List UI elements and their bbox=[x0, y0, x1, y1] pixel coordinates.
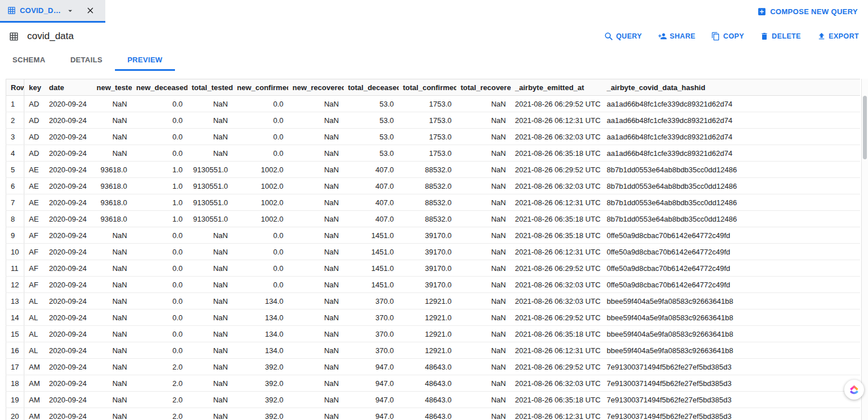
cell-new_deceased: 0.0 bbox=[132, 342, 187, 359]
close-tab-icon[interactable] bbox=[85, 6, 95, 15]
delete-button[interactable]: DELETE bbox=[760, 32, 801, 41]
cell-new_tested: NaN bbox=[92, 408, 132, 420]
copy-button-label: COPY bbox=[723, 32, 744, 40]
cell-new_deceased: 0.0 bbox=[132, 227, 187, 244]
scrollbar-thumb[interactable] bbox=[863, 96, 867, 159]
cell-airbyte_covid_data_hashid: 0ffe50a9d8cbac70b6142e64772c49fd bbox=[602, 244, 738, 260]
cell-new_confirmed: 392.0 bbox=[233, 408, 288, 420]
cell-key: AL bbox=[24, 309, 45, 326]
query-button-label: QUERY bbox=[616, 32, 642, 40]
cell-airbyte_emitted_at: 2021-08-26 06:32:03 UTC bbox=[511, 277, 602, 293]
cell-new_confirmed: 0.0 bbox=[233, 112, 288, 129]
cell-total_confirmed: 48643.0 bbox=[399, 375, 456, 392]
cell-total_confirmed: 12921.0 bbox=[399, 342, 456, 359]
cell-new_confirmed: 134.0 bbox=[233, 342, 288, 359]
table-row: 19AM2020-09-24NaN2.0NaN392.0NaN947.04864… bbox=[6, 392, 861, 408]
table-grid-icon bbox=[9, 32, 19, 41]
cell-total_tested: NaN bbox=[187, 392, 233, 408]
clickup-floating-button[interactable] bbox=[844, 380, 864, 400]
cell-key: AM bbox=[24, 375, 45, 392]
cell-date: 2020-09-24 bbox=[45, 375, 92, 392]
cell-new_recovered: NaN bbox=[288, 309, 344, 326]
table-row: 2AD2020-09-24NaN0.0NaN0.0NaN53.01753.0Na… bbox=[6, 112, 861, 129]
table-row: 4AD2020-09-24NaN0.0NaN0.0NaN53.01753.0Na… bbox=[6, 145, 861, 162]
cell-airbyte_emitted_at: 2021-08-26 06:35:18 UTC bbox=[511, 326, 602, 342]
cell-new_tested: 93618.0 bbox=[92, 194, 132, 211]
cell-new_recovered: NaN bbox=[288, 293, 344, 309]
cell-Row: 2 bbox=[6, 112, 24, 129]
cell-total_tested: 9130551.0 bbox=[187, 162, 233, 178]
cell-filler bbox=[738, 277, 861, 293]
column-header-total_confirmed: total_confirmed bbox=[399, 79, 456, 96]
cell-key: AM bbox=[24, 359, 45, 375]
cell-Row: 1 bbox=[6, 96, 24, 112]
chevron-down-icon[interactable] bbox=[66, 6, 75, 15]
cell-new_deceased: 0.0 bbox=[132, 260, 187, 277]
cell-key: AF bbox=[24, 260, 45, 277]
cell-date: 2020-09-24 bbox=[45, 277, 92, 293]
cell-filler bbox=[738, 112, 861, 129]
cell-total_deceased: 370.0 bbox=[344, 326, 399, 342]
cell-new_recovered: NaN bbox=[288, 408, 344, 420]
cell-total_confirmed: 1753.0 bbox=[399, 96, 456, 112]
cell-Row: 13 bbox=[6, 293, 24, 309]
export-button[interactable]: EXPORT bbox=[817, 32, 860, 41]
cell-filler bbox=[738, 211, 861, 227]
table-row: 14AL2020-09-24NaN0.0NaN134.0NaN370.01292… bbox=[6, 309, 861, 326]
cell-new_tested: NaN bbox=[92, 342, 132, 359]
tab-label: COVID_D… bbox=[20, 6, 61, 15]
cell-new_tested: NaN bbox=[92, 112, 132, 129]
cell-new_tested: 93618.0 bbox=[92, 211, 132, 227]
copy-button[interactable]: COPY bbox=[711, 32, 744, 41]
cell-date: 2020-09-24 bbox=[45, 227, 92, 244]
cell-new_recovered: NaN bbox=[288, 178, 344, 194]
cell-key: AL bbox=[24, 326, 45, 342]
cell-airbyte_emitted_at: 2021-08-26 06:12:31 UTC bbox=[511, 342, 602, 359]
tab-schema[interactable]: SCHEMA bbox=[0, 50, 58, 71]
cell-new_recovered: NaN bbox=[288, 145, 344, 162]
cell-new_confirmed: 1002.0 bbox=[233, 194, 288, 211]
tab-details[interactable]: DETAILS bbox=[58, 50, 115, 71]
vertical-scrollbar[interactable] bbox=[861, 79, 868, 420]
cell-total_deceased: 407.0 bbox=[344, 194, 399, 211]
cell-new_recovered: NaN bbox=[288, 359, 344, 375]
cell-total_recovered: NaN bbox=[456, 112, 511, 129]
delete-button-label: DELETE bbox=[772, 32, 801, 40]
share-button[interactable]: SHARE bbox=[658, 32, 696, 41]
cell-new_tested: NaN bbox=[92, 359, 132, 375]
compose-new-query-button[interactable]: COMPOSE NEW QUERY bbox=[747, 0, 868, 23]
cell-total_confirmed: 1753.0 bbox=[399, 112, 456, 129]
cell-filler bbox=[738, 359, 861, 375]
cell-total_deceased: 370.0 bbox=[344, 293, 399, 309]
query-button[interactable]: QUERY bbox=[604, 32, 642, 41]
cell-new_deceased: 0.0 bbox=[132, 96, 187, 112]
cell-new_recovered: NaN bbox=[288, 129, 344, 145]
cell-filler bbox=[738, 408, 861, 420]
cell-airbyte_covid_data_hashid: 8b7b1dd0553e64ab8bdb35cc0dd12486 bbox=[602, 194, 738, 211]
cell-filler bbox=[738, 145, 861, 162]
tab-preview[interactable]: PREVIEW bbox=[115, 50, 175, 71]
cell-Row: 19 bbox=[6, 392, 24, 408]
cell-date: 2020-09-24 bbox=[45, 408, 92, 420]
cell-Row: 6 bbox=[6, 178, 24, 194]
column-header-new_tested: new_tested bbox=[92, 79, 132, 96]
search-icon bbox=[604, 32, 613, 41]
cell-new_confirmed: 134.0 bbox=[233, 326, 288, 342]
cell-airbyte_covid_data_hashid: 0ffe50a9d8cbac70b6142e64772c49fd bbox=[602, 227, 738, 244]
cell-total_recovered: NaN bbox=[456, 359, 511, 375]
table-row: 1AD2020-09-24NaN0.0NaN0.0NaN53.01753.0Na… bbox=[6, 96, 861, 112]
column-header-total_deceased: total_deceased bbox=[344, 79, 399, 96]
cell-total_tested: NaN bbox=[187, 96, 233, 112]
cell-new_confirmed: 392.0 bbox=[233, 375, 288, 392]
cell-new_recovered: NaN bbox=[288, 162, 344, 178]
cell-new_confirmed: 0.0 bbox=[233, 260, 288, 277]
cell-new_tested: NaN bbox=[92, 145, 132, 162]
cell-new_confirmed: 0.0 bbox=[233, 145, 288, 162]
cell-total_deceased: 53.0 bbox=[344, 129, 399, 145]
cell-total_deceased: 407.0 bbox=[344, 211, 399, 227]
cell-airbyte_covid_data_hashid: 7e91300371494f5b62fe27ef5bd385d3 bbox=[602, 408, 738, 420]
table-row: 3AD2020-09-24NaN0.0NaN0.0NaN53.01753.0Na… bbox=[6, 129, 861, 145]
table-row: 5AE2020-09-2493618.01.09130551.01002.0Na… bbox=[6, 162, 861, 178]
cell-total_tested: NaN bbox=[187, 227, 233, 244]
editor-tab-covid-data[interactable]: COVID_D… bbox=[0, 0, 105, 23]
